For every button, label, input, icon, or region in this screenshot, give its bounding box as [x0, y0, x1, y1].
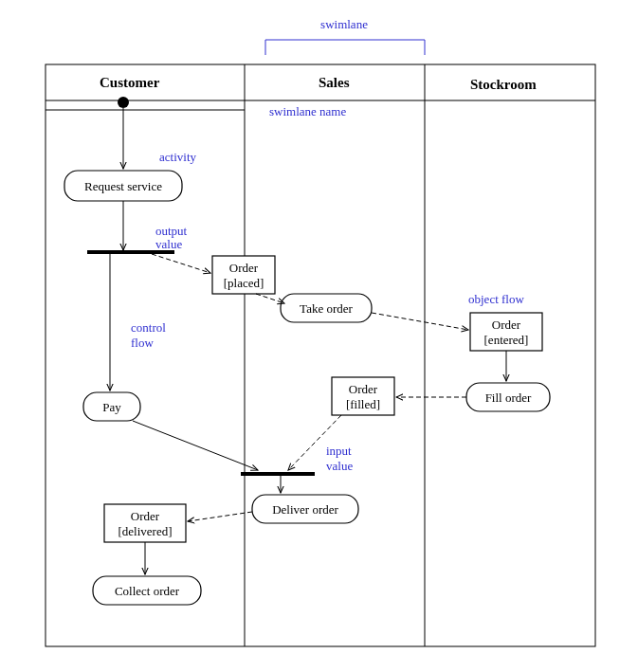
objflow-fork-to-placed	[152, 254, 210, 273]
activity-request-service-label: Request service	[84, 179, 162, 193]
annotation-swimlane-name: swimlane name	[269, 104, 346, 118]
activity-fill-order-label: Fill order	[485, 390, 532, 405]
objflow-deliver-to-delivered	[188, 512, 252, 521]
object-order-filled-l1: Order	[349, 382, 378, 396]
diagram-frame	[46, 64, 595, 646]
activity-pay-label: Pay	[102, 400, 121, 414]
object-order-delivered-l1: Order	[131, 509, 160, 523]
annotation-input-value-l1: input	[326, 444, 352, 458]
activity-collect-order-label: Collect order	[115, 584, 180, 598]
annotation-control-flow-l1: control	[131, 320, 166, 335]
object-order-filled-l2: [filled]	[346, 397, 380, 411]
objflow-placed-to-take	[256, 294, 284, 303]
annotation-control-flow-l2: flow	[131, 336, 154, 350]
annotation-output-value-l2: value	[155, 237, 182, 251]
swimlane-bracket	[265, 40, 425, 55]
object-order-placed-l1: Order	[229, 261, 259, 275]
activity-deliver-order-label: Deliver order	[272, 502, 338, 517]
object-order-entered-l1: Order	[492, 318, 521, 332]
lane-head-customer: Customer	[100, 75, 160, 90]
activity-take-order-label: Take order	[300, 301, 353, 316]
objflow-take-to-entered	[372, 313, 468, 330]
annotation-swimlane: swimlane	[320, 17, 368, 31]
lane-head-sales: Sales	[319, 75, 350, 90]
initial-node	[118, 97, 129, 108]
annotation-input-value-l2: value	[326, 459, 353, 473]
annotation-output-value-l1: output	[155, 224, 188, 238]
annotation-activity: activity	[159, 150, 196, 164]
annotation-object-flow: object flow	[468, 292, 524, 306]
lane-head-stockroom: Stockroom	[470, 77, 537, 92]
object-order-entered-l2: [entered]	[484, 333, 529, 347]
flow-pay-to-join	[133, 421, 258, 470]
object-order-placed-l2: [placed]	[224, 276, 264, 290]
object-order-delivered-l2: [delivered]	[118, 524, 172, 538]
